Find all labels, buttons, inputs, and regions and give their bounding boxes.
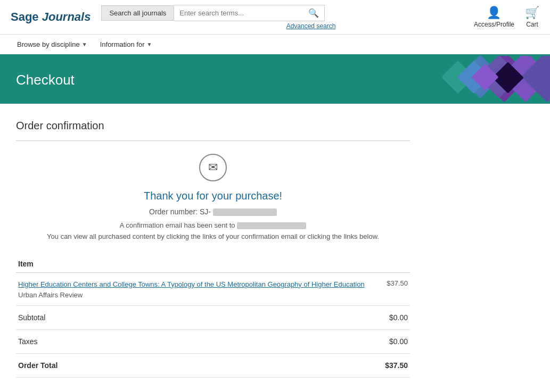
chevron-down-icon: ▼ [147,41,152,47]
item-journal: Urban Affairs Review [18,291,380,299]
nav-information-for-label: Information for [100,40,145,48]
col-price-header [382,255,410,273]
taxes-label: Taxes [16,330,382,354]
subtotal-value: $0.00 [382,306,410,330]
access-profile-label: Access/Profile [474,21,514,28]
advanced-search-link[interactable]: Advanced search [101,22,335,30]
section-divider [16,140,410,141]
search-bar: Search all journals 🔍 [101,5,325,21]
order-number-label: Order number: SJ- [149,207,211,216]
diamond-decoration-svg [348,56,550,104]
item-info-cell: Higher Education Centers and College Tow… [16,272,382,306]
main-nav: Browse by discipline ▼ Information for ▼ [0,35,550,56]
order-number-value [213,208,277,216]
search-all-journals-tab[interactable]: Search all journals [101,5,174,21]
logo[interactable]: Sage Journals [11,10,91,24]
item-title-link[interactable]: Higher Education Centers and College Tow… [18,280,365,288]
header-right: 👤 Access/Profile 🛒 Cart [474,6,539,28]
hero-decoration [348,56,550,104]
taxes-value: $0.00 [382,330,410,354]
confirmation-message: A confirmation email has been sent to Yo… [16,220,410,243]
nav-browse-discipline[interactable]: Browse by discipline ▼ [11,35,94,54]
subtotal-row: Subtotal $0.00 [16,306,410,330]
nav-browse-discipline-label: Browse by discipline [17,40,80,48]
subtotal-label: Subtotal [16,306,382,330]
cart-icon: 🛒 [525,6,539,20]
chevron-down-icon: ▼ [82,41,87,47]
cart-button[interactable]: 🛒 Cart [525,6,539,28]
logo-text: Sage Journals [11,10,91,24]
email-icon-circle: ✉ [199,154,227,181]
hero-banner: Checkout [0,56,550,104]
item-price: $37.50 [382,272,410,306]
user-icon: 👤 [487,6,501,20]
section-title: Order confirmation [16,120,410,132]
confirmation-line2: You can view all purchased content by cl… [47,232,379,240]
email-address-blurred [237,222,306,229]
access-profile-button[interactable]: 👤 Access/Profile [474,6,514,28]
order-confirmation-center: ✉ Thank you for your purchase! Order num… [16,154,410,243]
search-area: Search all journals 🔍 Advanced search [101,5,335,30]
main-content: Order confirmation ✉ Thank you for your … [0,104,426,392]
order-items-table: Item Higher Education Centers and Colleg… [16,255,410,378]
search-input-wrap: 🔍 [174,5,325,21]
order-number-row: Order number: SJ- [16,207,410,216]
nav-information-for[interactable]: Information for ▼ [94,35,159,54]
order-total-row: Order Total $37.50 [16,354,410,378]
email-icon: ✉ [208,161,218,174]
search-icon[interactable]: 🔍 [308,8,319,18]
cart-label: Cart [526,21,538,28]
col-item-header: Item [16,255,382,273]
taxes-row: Taxes $0.00 [16,330,410,354]
search-input[interactable] [179,9,305,17]
order-total-label: Order Total [16,354,382,378]
header: Sage Journals Search all journals 🔍 Adva… [0,0,550,35]
confirmation-line1: A confirmation email has been sent to [120,221,235,229]
hero-title: Checkout [16,72,75,88]
order-total-value: $37.50 [382,354,410,378]
table-row: Higher Education Centers and College Tow… [16,272,410,306]
thank-you-text: Thank you for your purchase! [16,190,410,202]
